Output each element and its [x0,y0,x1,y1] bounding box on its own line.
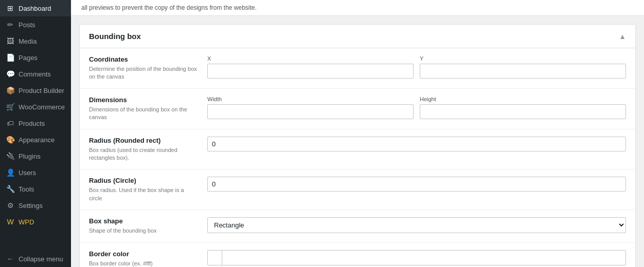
form-row-radius-circle: Radius (Circle)Box radius. Used if the b… [80,169,635,210]
media-icon: 🖼 [6,37,14,45]
sidebar-item-woocommerce[interactable]: 🛒WooCommerce [0,99,71,115]
products-icon: 🏷 [6,119,14,127]
input-coordinates-x[interactable] [207,64,414,79]
product-builder-icon: 📦 [6,86,14,94]
pages-icon: 📄 [6,53,14,62]
input-label-height: Height [420,96,626,102]
input-group-dimensions-height: Height [420,96,626,119]
sidebar: ⊞Dashboard✏Posts🖼Media📄Pages💬Comments📦Pr… [0,0,71,267]
content-area: Bounding box ▲ CoordinatesDetermine the … [71,16,644,267]
label-col-coordinates: CoordinatesDetermine the position of the… [89,55,197,81]
label-desc-radius-circle: Box radius. Used if the box shape is a c… [89,186,197,202]
sidebar-label-pages: Pages [19,54,38,62]
collapse-menu-label: Collapse menu [19,255,63,263]
label-title-radius-circle: Radius (Circle) [89,177,197,184]
sidebar-label-products: Products [19,120,45,127]
sidebar-item-users[interactable]: 👤Users [0,164,71,181]
sidebar-item-tools[interactable]: 🔧Tools [0,181,71,197]
input-dimensions-width[interactable] [207,104,414,119]
settings-icon: ⚙ [6,201,14,209]
sidebar-label-comments: Comments [19,70,51,78]
collapse-icon[interactable]: ▲ [619,32,626,41]
sidebar-label-media: Media [19,37,37,45]
sidebar-item-plugins[interactable]: 🔌Plugins [0,148,71,164]
notice-text: all previews to prevent the copy of the … [81,4,257,11]
label-desc-coordinates: Determine the position of the bounding b… [89,65,197,81]
tools-icon: 🔧 [6,185,14,193]
color-input-border-color[interactable] [222,251,625,264]
sidebar-label-woocommerce: WooCommerce [19,103,65,111]
input-group-coordinates-y: Y [420,55,626,79]
label-col-box-shape: Box shapeShape of the bounding box [89,217,197,235]
form-row-box-shape: Box shapeShape of the bounding boxRectan… [80,210,635,242]
label-title-dimensions: Dimensions [89,96,197,104]
label-col-dimensions: DimensionsDimensions of the bounding box… [89,96,197,122]
dashboard-icon: ⊞ [6,4,14,12]
sidebar-item-pages[interactable]: 📄Pages [0,49,71,66]
field-col-radius-rect [207,137,626,151]
sidebar-item-posts[interactable]: ✏Posts [0,16,71,33]
select-box-shape[interactable]: RectangleCircleRounded rect [207,217,626,233]
input-label-width: Width [207,96,414,102]
input-radius-circle[interactable] [207,177,626,192]
sidebar-item-product-builder[interactable]: 📦Product Builder [0,82,71,99]
label-desc-dimensions: Dimensions of the bounding box on the ca… [89,106,197,122]
sidebar-label-tools: Tools [19,185,34,193]
field-col-border-color [207,250,626,265]
label-col-radius-rect: Radius (Rounded rect)Box radius (used to… [89,137,197,162]
label-title-coordinates: Coordinates [89,55,197,63]
sidebar-item-settings[interactable]: ⚙Settings [0,197,71,214]
collapse-menu[interactable]: ←Collapse menu [0,251,71,267]
label-col-border-color: Border colorBox border color (ex. #fff) [89,250,197,267]
label-title-box-shape: Box shape [89,217,197,225]
two-col-inputs-coordinates: XY [207,55,626,79]
appearance-icon: 🎨 [6,136,14,144]
field-col-box-shape: RectangleCircleRounded rect [207,217,626,233]
plugins-icon: 🔌 [6,152,14,160]
input-label-y: Y [420,55,626,62]
input-coordinates-y[interactable] [420,64,626,79]
sidebar-label-dashboard: Dashboard [19,5,51,12]
sidebar-item-wpd[interactable]: WWPD [0,214,71,230]
form-row-coordinates: CoordinatesDetermine the position of the… [80,48,635,89]
sidebar-label-appearance: Appearance [19,136,55,144]
sidebar-label-posts: Posts [19,21,35,29]
label-desc-radius-rect: Box radius (used to create rounded recta… [89,146,197,162]
notice-bar: all previews to prevent the copy of the … [71,0,644,16]
sidebar-item-media[interactable]: 🖼Media [0,33,71,49]
sidebar-item-comments[interactable]: 💬Comments [0,66,71,82]
woocommerce-icon: 🛒 [6,103,14,111]
label-title-border-color: Border color [89,250,197,258]
input-group-coordinates-x: X [207,55,414,79]
field-col-radius-circle [207,177,626,192]
form-row-border-color: Border colorBox border color (ex. #fff) [80,243,635,267]
input-label-x: X [207,55,414,62]
input-radius-rect[interactable] [207,137,626,151]
color-wrapper-border-color [207,250,626,265]
input-dimensions-height[interactable] [420,104,626,119]
sidebar-item-appearance[interactable]: 🎨Appearance [0,131,71,148]
posts-icon: ✏ [6,21,14,29]
label-col-radius-circle: Radius (Circle)Box radius. Used if the b… [89,177,197,202]
label-desc-box-shape: Shape of the bounding box [89,227,197,235]
label-desc-border-color: Box border color (ex. #fff) [89,260,197,267]
sidebar-label-users: Users [19,169,36,177]
color-swatch-border-color[interactable] [208,251,222,265]
field-col-dimensions: WidthHeight [207,96,626,119]
collapse-menu-icon: ← [6,255,14,263]
sidebar-label-settings: Settings [19,202,43,209]
main-content: all previews to prevent the copy of the … [71,0,644,267]
field-col-coordinates: XY [207,55,626,79]
section-title: Bounding box [89,32,141,41]
form-row-dimensions: DimensionsDimensions of the bounding box… [80,89,635,129]
form-rows: CoordinatesDetermine the position of the… [80,48,635,267]
comments-icon: 💬 [6,70,14,78]
form-row-radius-rect: Radius (Rounded rect)Box radius (used to… [80,129,635,170]
sidebar-label-plugins: Plugins [19,152,41,160]
two-col-inputs-dimensions: WidthHeight [207,96,626,119]
label-title-radius-rect: Radius (Rounded rect) [89,137,197,144]
bounding-box-section: Bounding box ▲ CoordinatesDetermine the … [79,24,636,267]
sidebar-item-dashboard[interactable]: ⊞Dashboard [0,0,71,16]
wpd-icon: W [6,218,14,226]
sidebar-item-products[interactable]: 🏷Products [0,115,71,131]
